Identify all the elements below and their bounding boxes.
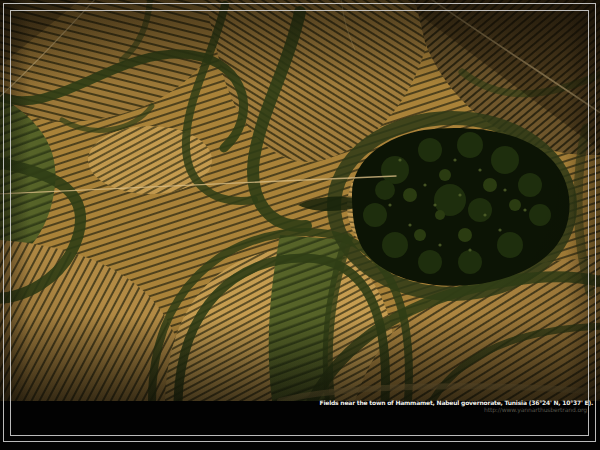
photo-credit-url: http://www.yannarthusbertrand.org <box>320 407 587 413</box>
vignette-overlay <box>0 0 600 401</box>
wallpaper-canvas: Fields near the town of Hammamet, Nabeul… <box>0 0 600 450</box>
aerial-photo <box>0 0 600 401</box>
aerial-photo-svg <box>0 0 600 401</box>
photo-caption-block: Fields near the town of Hammamet, Nabeul… <box>320 400 593 413</box>
